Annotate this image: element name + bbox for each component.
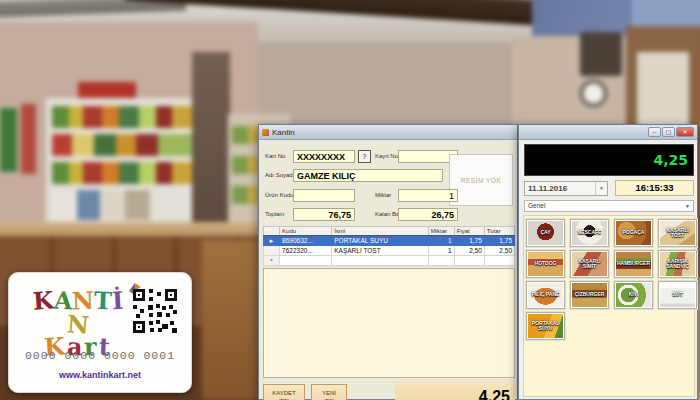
empty-list-area: [263, 268, 515, 378]
product-label: SÜT: [659, 282, 696, 308]
date-value: 11.11.2016: [528, 182, 567, 195]
product-label: PİLİÇ PANE: [527, 282, 564, 308]
kantin-kart-card: KANTİN Kart: [8, 272, 192, 393]
cell-ismi: KAŞARLI TOST: [332, 246, 428, 256]
product-tile-nescafe[interactable]: NESCAFE: [570, 219, 609, 247]
resim-yok-box: RESİM YOK: [449, 154, 513, 206]
adi-soyadi-field[interactable]: GAMZE KILIÇ: [293, 169, 443, 182]
toplam-label: Toplam: [265, 211, 284, 217]
brand-letter: İ: [111, 289, 123, 314]
product-tile-kasarli-tost[interactable]: KAŞARLI TOST: [658, 219, 697, 247]
product-tile-sut[interactable]: SÜT: [658, 281, 697, 309]
product-label: HAMBURGER: [615, 251, 652, 277]
wall-clock: [580, 80, 607, 107]
cell-kodu: [280, 256, 332, 266]
row-marker: *: [264, 256, 280, 266]
product-tile-kivi[interactable]: KİVİ: [614, 281, 653, 309]
chevron-down-icon: ▼: [685, 201, 690, 211]
new-button[interactable]: YENİ (F2): [311, 384, 347, 400]
cell-fiyat: 2,50: [454, 246, 484, 256]
display-panel-window: – ▢ ✕ 4,25 11.11.2016 ▼ 16:15:33 Genel ▼…: [518, 124, 698, 400]
cell-fiyat: [454, 256, 484, 266]
col-miktar: Miktar: [428, 227, 454, 236]
product-tile-portakal-suyu[interactable]: PORTAKAL SUYU: [526, 312, 565, 340]
product-label: KARIŞIK SANDVİÇ: [659, 251, 696, 277]
row-marker: [264, 246, 280, 256]
product-label: KAŞARLI SİMİT: [571, 251, 608, 277]
poster: [0, 108, 17, 172]
product-tile-cay[interactable]: ÇAY: [526, 219, 565, 247]
col-marker: [264, 227, 280, 236]
product-tile-cizburger[interactable]: ÇİZBURGER: [570, 281, 609, 309]
brand-letter: K: [32, 288, 54, 313]
cell-ismi: [332, 256, 428, 266]
save-button-label: KAYDET: [272, 390, 296, 398]
qr-code-icon: [133, 289, 177, 333]
panel-titlebar[interactable]: – ▢ ✕: [519, 125, 697, 140]
col-ismi: İsmi: [332, 227, 428, 236]
adi-soyadi-label: Adı Soyadı: [265, 172, 294, 178]
card-brand-line1: KANTİN: [23, 289, 133, 337]
sale-items-table[interactable]: Kodu İsmi Miktar Fiyat Tutar ► 8690632..…: [263, 226, 515, 266]
poster: [21, 104, 36, 174]
doorway: [192, 52, 230, 230]
category-dropdown[interactable]: Genel ▼: [524, 200, 694, 212]
cell-miktar: 1: [428, 246, 454, 256]
maximize-icon[interactable]: ▢: [662, 127, 675, 137]
urun-kodu-label: Ürün Kodu: [265, 192, 294, 198]
date-picker[interactable]: 11.11.2016 ▼: [524, 181, 608, 196]
cell-tutar: 2,50: [484, 246, 514, 256]
product-label: KAŞARLI TOST: [659, 220, 696, 246]
cell-tutar: [484, 256, 514, 266]
card-website[interactable]: www.kantinkart.net: [9, 370, 191, 380]
screen: KANTİN Kart: [0, 0, 700, 400]
minimize-icon[interactable]: –: [648, 127, 661, 137]
window-controls: – ▢ ✕: [648, 127, 694, 137]
chevron-down-icon: ▼: [595, 182, 604, 195]
shelf-products: [52, 134, 192, 156]
product-label: HOTDOG: [527, 251, 564, 277]
card-number: 0000 0000 0000 0001: [9, 349, 191, 362]
product-tile-hotdog[interactable]: HOTDOG: [526, 250, 565, 278]
cell-tutar: 1,75: [484, 236, 514, 246]
table-header-row: Kodu İsmi Miktar Fiyat Tutar: [264, 227, 515, 236]
product-label: KİVİ: [615, 282, 652, 308]
product-tile-sandvic[interactable]: KARIŞIK SANDVİÇ: [658, 250, 697, 278]
product-grid: ÇAY NESCAFE POĞAÇA KAŞARLI TOST HOTDOG K…: [523, 215, 695, 397]
app-icon: [262, 129, 269, 136]
cell-fiyat: 1,75: [454, 236, 484, 246]
table-row-new[interactable]: *: [264, 256, 515, 266]
cell-miktar: 1: [428, 236, 454, 246]
col-tutar: Tutar: [484, 227, 514, 236]
toplam-field: 76,75: [293, 208, 355, 221]
product-tile-hamburger[interactable]: HAMBURGER: [614, 250, 653, 278]
cell-miktar: [428, 256, 454, 266]
kart-no-field[interactable]: XXXXXXXX: [293, 150, 355, 163]
product-tile-kasarli-simit[interactable]: KAŞARLI SİMİT: [570, 250, 609, 278]
pos-titlebar[interactable]: Kantin: [259, 125, 517, 140]
table-row[interactable]: ► 8690632... PORTAKAL SUYU 1 1,75 1,75: [264, 236, 515, 246]
kalan-field: 26,75: [398, 208, 458, 221]
save-button[interactable]: KAYDET (F5): [263, 384, 305, 400]
blue-wall-light: [632, 0, 700, 28]
table-row[interactable]: 7622320... KAŞARLI TOST 1 2,50 2,50: [264, 246, 515, 256]
product-tile-pilic-pane[interactable]: PİLİÇ PANE: [526, 281, 565, 309]
miktar-label: Miktar: [375, 192, 391, 198]
shelf-products: [52, 106, 192, 128]
wall-hanging: [580, 32, 622, 76]
product-tile-pogaca[interactable]: POĞAÇA: [614, 219, 653, 247]
new-button-label: YENİ: [322, 390, 336, 398]
customer-display: 4,25: [524, 144, 694, 176]
card-lookup-button[interactable]: ?: [358, 150, 371, 163]
close-icon[interactable]: ✕: [676, 127, 694, 137]
row-marker: ►: [264, 236, 280, 246]
product-label: ÇAY: [527, 220, 564, 246]
urun-kodu-field[interactable]: [293, 189, 355, 202]
cell-ismi: PORTAKAL SUYU: [332, 236, 428, 246]
kayit-no-label: Kayıt No: [375, 153, 398, 159]
product-label: POĞAÇA: [615, 220, 652, 246]
col-fiyat: Fiyat: [454, 227, 484, 236]
pos-window: Kantin Kart No XXXXXXXX ? Kayıt No 7 Adı…: [258, 124, 518, 400]
miktar-field[interactable]: 1: [398, 189, 458, 202]
clock-time: 16:15:33: [615, 180, 694, 196]
